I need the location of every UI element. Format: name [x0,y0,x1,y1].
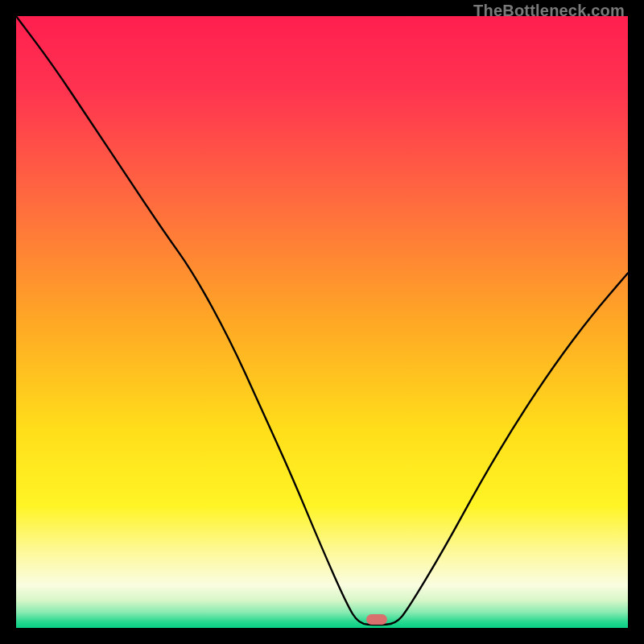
optimal-point-marker [366,614,387,625]
bottleneck-gradient-bg [16,16,628,628]
watermark-text: TheBottleneck.com [473,2,625,20]
plot-area [16,16,628,628]
chart-frame: TheBottleneck.com [0,0,644,644]
svg-rect-0 [16,16,628,628]
